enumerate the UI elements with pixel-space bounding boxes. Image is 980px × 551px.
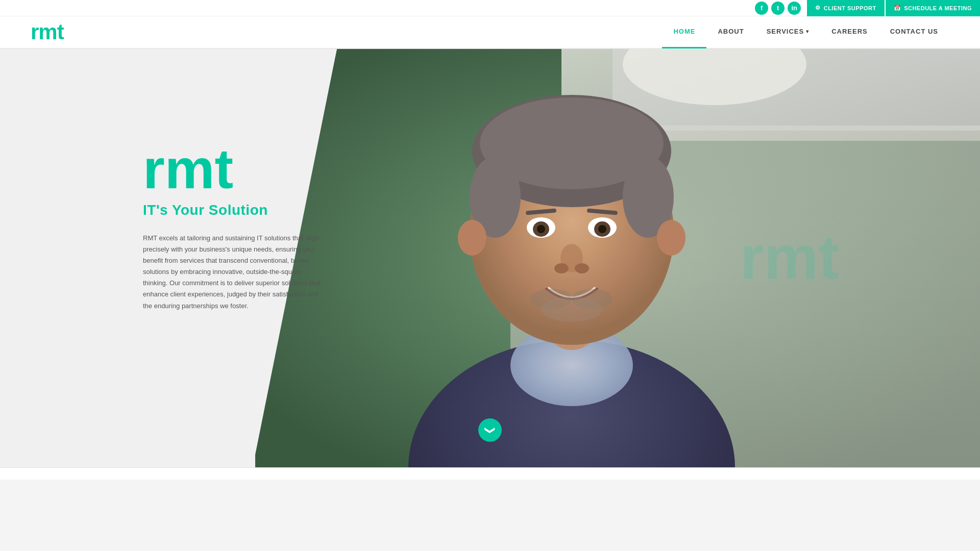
svg-point-20 [537,225,545,233]
linkedin-icon[interactable]: in [788,2,801,15]
chevron-down-icon: ▾ [806,29,809,34]
top-bar: f t in ⚙ CLIENT SUPPORT 📅 SCHEDULE A MEE… [0,0,980,16]
social-icons: f t in [755,2,801,15]
nav-bar: rmt HOME ABOUT SERVICES ▾ CAREERS CONTAC… [0,16,980,49]
headset-icon: ⚙ [815,5,821,11]
client-support-button[interactable]: ⚙ CLIENT SUPPORT [807,0,884,16]
top-bar-actions: ⚙ CLIENT SUPPORT 📅 SCHEDULE A MEETING [807,0,980,16]
nav-link-services[interactable]: SERVICES ▾ [755,16,821,48]
nav-link-home[interactable]: HOME [662,16,706,48]
hero-tagline: IT's Your Solution [143,202,337,218]
hero-logo: rmt [143,141,337,197]
svg-text:rmt: rmt [740,223,839,291]
hero-section: rmt rmt IT's Your Solution RMT excels at… [0,49,980,467]
bottom-bar [0,467,980,480]
schedule-meeting-button[interactable]: 📅 SCHEDULE A MEETING [886,0,980,16]
nav-link-careers[interactable]: CAREERS [820,16,879,48]
svg-point-25 [554,263,569,273]
calendar-icon: 📅 [894,5,901,11]
nav-logo[interactable]: rmt [31,20,64,44]
svg-point-29 [541,296,602,322]
svg-point-15 [657,220,685,256]
chevron-down-icon: ❯ [484,426,496,435]
twitter-icon[interactable]: t [771,2,785,15]
svg-point-14 [458,220,486,256]
hero-body-text: RMT excels at tailoring and sustaining I… [143,233,327,312]
scroll-down-button[interactable]: ❯ [478,418,502,442]
svg-point-26 [575,263,589,273]
svg-point-21 [598,225,606,233]
facebook-icon[interactable]: f [755,2,768,15]
nav-link-about[interactable]: ABOUT [706,16,755,48]
hero-content: rmt IT's Your Solution RMT excels at tai… [143,141,337,312]
nav-links: HOME ABOUT SERVICES ▾ CAREERS CONTACT US [662,16,949,48]
hero-photo-background: rmt [255,49,980,467]
nav-link-contact[interactable]: CONTACT US [879,16,949,48]
